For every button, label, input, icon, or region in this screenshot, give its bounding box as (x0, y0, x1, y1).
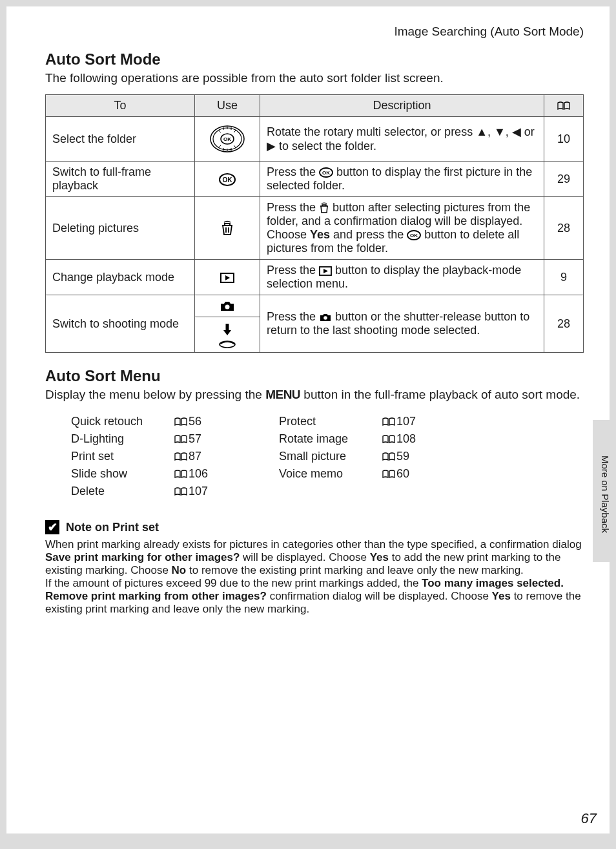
heading-auto-sort-menu: Auto Sort Menu (45, 367, 584, 385)
page: Image Searching (Auto Sort Mode) Auto So… (6, 6, 610, 833)
desc-cell: Rotate the rotary multi selector, or pre… (260, 117, 544, 162)
note-paragraph-1: When print marking already exists for pi… (45, 538, 584, 577)
shutter-press-icon (218, 321, 237, 348)
menu-page-ref: 107 (174, 485, 208, 498)
menu-page-ref: 60 (382, 467, 409, 481)
menu-label: Voice memo (279, 467, 382, 481)
desc-cell: Press the button or the shutter-release … (260, 295, 544, 353)
to-cell: Deleting pictures (46, 197, 195, 260)
svg-text:OK: OK (410, 233, 418, 238)
svg-text:OK: OK (322, 170, 330, 176)
camera-icon (220, 300, 235, 312)
menu-page-ref: 106 (174, 467, 208, 481)
right-icon: ▶ (267, 140, 276, 152)
desc-cell: Press the button after selecting picture… (260, 197, 544, 260)
down-icon: ▼ (494, 125, 506, 138)
svg-point-23 (323, 316, 327, 320)
menu-label: Rotate image (279, 432, 382, 446)
menu-label: Quick retouch (71, 415, 174, 428)
menu-col-right: Protect107Rotate image108Small picture59… (279, 411, 416, 502)
use-cell (195, 197, 260, 260)
menu-item: Delete107 (71, 485, 208, 498)
playback-icon (319, 266, 332, 276)
desc-cell: Press the button to display the playback… (260, 260, 544, 295)
menu-item: D-Lighting57 (71, 432, 208, 446)
menu-page-ref: 108 (382, 432, 416, 446)
page-ref: 28 (544, 295, 584, 353)
use-cell: OK (195, 162, 260, 197)
to-cell: Select the folder (46, 117, 195, 162)
menu-item: Quick retouch56 (71, 415, 208, 428)
trash-icon (319, 202, 329, 214)
ok-button-icon: OK (219, 173, 236, 186)
menu-item: Print set87 (71, 450, 208, 463)
menu-word: MENU (265, 388, 300, 401)
to-cell: Switch to shooting mode (46, 295, 195, 353)
th-pageref (544, 95, 584, 117)
row-switch-shooting: Switch to shooting mode Press the button… (46, 295, 584, 317)
operations-table: To Use Description Select the folder OK (45, 94, 584, 353)
menu-label: D-Lighting (71, 432, 174, 446)
menu-item: Rotate image108 (279, 432, 416, 446)
playback-icon (220, 272, 235, 284)
svg-text:OK: OK (223, 176, 233, 183)
row-change-playback: Change playback mode Press the button to… (46, 260, 584, 295)
row-select-folder: Select the folder OK Rotate the rotary m… (46, 117, 584, 162)
menu-page-ref: 107 (382, 415, 416, 428)
use-cell (195, 260, 260, 295)
svg-line-7 (234, 145, 236, 148)
menu-page-ref: 56 (174, 415, 201, 428)
th-use: Use (195, 95, 260, 117)
th-to: To (46, 95, 195, 117)
ok-button-icon: OK (407, 230, 421, 240)
to-cell: Switch to full-frame playback (46, 162, 195, 197)
page-ref: 10 (544, 117, 584, 162)
menu-columns: Quick retouch56D-Lighting57Print set87Sl… (45, 411, 584, 502)
menu-item: Small picture59 (279, 450, 416, 463)
book-icon (557, 101, 570, 110)
row-fullframe: Switch to full-frame playback OK Press t… (46, 162, 584, 197)
side-tab: More on Playback (593, 420, 611, 562)
use-cell (195, 295, 260, 317)
row-delete: Deleting pictures Press the button after… (46, 197, 584, 260)
menu-label: Slide show (71, 467, 174, 481)
menu-label: Print set (71, 450, 174, 463)
th-desc: Description (260, 95, 544, 117)
to-cell: Change playback mode (46, 260, 195, 295)
menu-label: Protect (279, 415, 382, 428)
breadcrumb: Image Searching (Auto Sort Mode) (45, 25, 584, 39)
svg-point-22 (225, 305, 230, 309)
up-icon: ▲ (476, 125, 488, 138)
menu-label: Small picture (279, 450, 382, 463)
menu-item: Protect107 (279, 415, 416, 428)
page-ref: 9 (544, 260, 584, 295)
left-icon: ◀ (512, 125, 521, 138)
note-box: ✔ Note on Print set When print marking a… (45, 520, 584, 616)
heading-auto-sort-mode: Auto Sort Mode (45, 50, 584, 68)
page-ref: 28 (544, 197, 584, 260)
intro-text: The following operations are possible fr… (45, 71, 584, 85)
svg-text:OK: OK (223, 136, 231, 142)
intro2: Display the menu below by pressing the M… (45, 388, 584, 402)
trash-icon (220, 220, 234, 236)
menu-page-ref: 59 (382, 450, 409, 463)
menu-col-left: Quick retouch56D-Lighting57Print set87Sl… (71, 411, 208, 502)
note-heading: ✔ Note on Print set (45, 520, 584, 534)
page-ref: 29 (544, 162, 584, 197)
menu-item: Slide show106 (71, 467, 208, 481)
svg-line-4 (218, 130, 221, 132)
menu-page-ref: 57 (174, 432, 201, 446)
rotary-selector-icon: OK (209, 121, 245, 157)
use-cell: OK (195, 117, 260, 162)
desc-cell: Press the OK button to display the first… (260, 162, 544, 197)
camera-icon (319, 313, 332, 322)
use-cell (195, 317, 260, 353)
menu-item: Voice memo60 (279, 467, 416, 481)
page-number: 67 (581, 810, 597, 827)
note-paragraph-2: If the amount of pictures exceed 99 due … (45, 577, 584, 616)
check-icon: ✔ (45, 520, 59, 534)
menu-label: Delete (71, 485, 174, 498)
ok-button-icon: OK (319, 167, 333, 178)
menu-page-ref: 87 (174, 450, 201, 463)
svg-line-5 (234, 130, 236, 132)
